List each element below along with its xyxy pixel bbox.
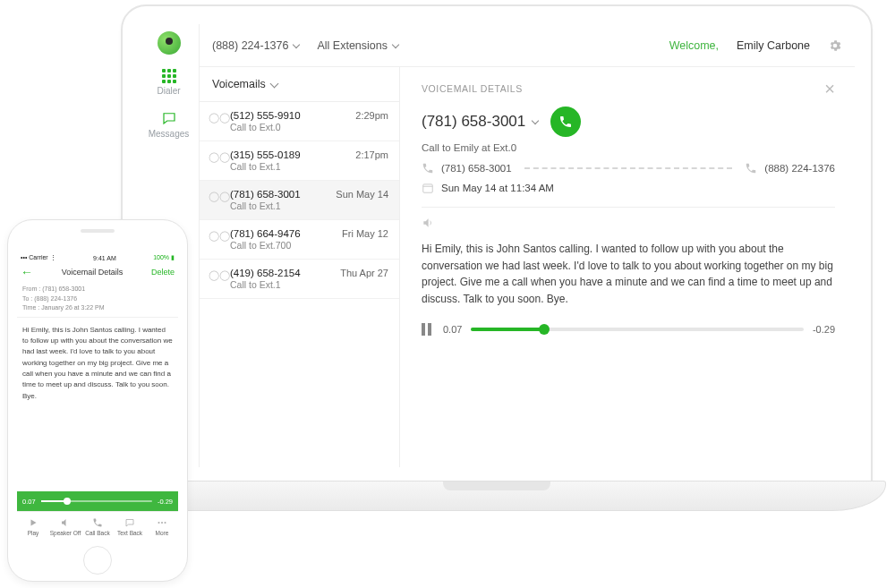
welcome-label: Welcome, bbox=[669, 39, 719, 52]
rail-label-messages: Messages bbox=[149, 129, 190, 139]
dialer-icon bbox=[162, 69, 176, 83]
detail-number-dropdown[interactable]: (781) 658-3001 bbox=[422, 113, 538, 131]
player-remaining: -0.29 bbox=[813, 324, 835, 335]
chevron-down-icon bbox=[293, 40, 300, 47]
divider bbox=[422, 207, 835, 208]
phone-outgoing-icon bbox=[422, 162, 434, 175]
extension-selector-value: All Extensions bbox=[317, 39, 388, 52]
laptop-base bbox=[107, 481, 886, 511]
voicemail-icon: ◯◯ bbox=[209, 230, 226, 242]
call-button[interactable] bbox=[550, 107, 581, 137]
content: Voicemails ◯◯ (512) 555-9910Call to Ext.… bbox=[200, 67, 855, 467]
phone-player-elapsed: 0.07 bbox=[22, 498, 36, 506]
phone-status-bar: ••• Carrier ⋮ 9:41 AM 100% ▮ bbox=[17, 252, 178, 263]
transcript-text: Hi Emily, this is John Santos calling. I… bbox=[422, 241, 835, 307]
detail-to: (888) 224-1376 bbox=[764, 163, 835, 174]
user-name: Emily Carbone bbox=[737, 39, 810, 52]
rail-item-dialer[interactable]: Dialer bbox=[142, 69, 196, 96]
rail-item-messages[interactable]: Messages bbox=[142, 110, 196, 139]
vm-number: (781) 658-3001 bbox=[230, 189, 332, 200]
vm-subtitle: Call to Ext.700 bbox=[230, 240, 338, 251]
phone-more-button[interactable]: More bbox=[146, 512, 178, 541]
app-logo-icon bbox=[158, 31, 181, 55]
phone-play-button[interactable]: Play bbox=[17, 512, 49, 541]
back-button[interactable]: ← bbox=[21, 266, 33, 278]
vm-number: (781) 664-9476 bbox=[230, 228, 338, 239]
phone-selector-value: (888) 224-1376 bbox=[212, 39, 288, 52]
voicemail-row[interactable]: ◯◯ (781) 658-3001Call to Ext.1 Sun May 1… bbox=[200, 181, 399, 220]
voicemail-icon: ◯◯ bbox=[209, 191, 226, 202]
voicemail-list-header[interactable]: Voicemails bbox=[200, 67, 399, 102]
play-icon bbox=[28, 517, 38, 528]
voicemail-row[interactable]: ◯◯ (781) 664-9476Call to Ext.700 Fri May… bbox=[200, 220, 399, 260]
phone-nav-title: Voicemail Details bbox=[62, 268, 124, 277]
vm-subtitle: Call to Ext.1 bbox=[230, 200, 332, 211]
vm-time: 2:17pm bbox=[355, 149, 388, 160]
more-icon bbox=[157, 517, 167, 528]
phone-nav: ← Voicemail Details Delete bbox=[17, 263, 178, 281]
extension-selector[interactable]: All Extensions bbox=[317, 39, 398, 52]
status-time: 9:41 AM bbox=[93, 255, 116, 261]
meta-time-label: Time : bbox=[22, 304, 39, 311]
close-button[interactable]: × bbox=[824, 80, 835, 98]
player-elapsed: 0.07 bbox=[443, 324, 462, 335]
phone-selector[interactable]: (888) 224-1376 bbox=[212, 39, 299, 52]
calendar-icon bbox=[422, 182, 434, 194]
delete-button[interactable]: Delete bbox=[151, 268, 175, 277]
voicemail-row[interactable]: ◯◯ (512) 555-9910Call to Ext.0 2:29pm bbox=[200, 102, 399, 141]
voicemail-list-title: Voicemails bbox=[212, 78, 266, 90]
vm-time: Sun May 14 bbox=[336, 189, 388, 200]
voicemail-icon: ◯◯ bbox=[209, 269, 226, 281]
status-battery: 100% ▮ bbox=[153, 254, 175, 261]
pause-button[interactable] bbox=[422, 323, 434, 336]
main-area: (888) 224-1376 All Extensions Welcome, E… bbox=[200, 24, 855, 467]
phone-meta: From : (781) 658-3001 To : (888) 224-137… bbox=[17, 281, 178, 318]
vm-number: (315) 555-0189 bbox=[230, 149, 352, 160]
chevron-down-icon bbox=[532, 117, 539, 124]
audio-player: 0.07 -0.29 bbox=[422, 323, 835, 336]
speaker-icon bbox=[422, 217, 434, 229]
player-thumb[interactable] bbox=[539, 324, 550, 335]
speaker-off-icon bbox=[60, 517, 71, 528]
vm-time: Fri May 12 bbox=[342, 228, 388, 239]
voicemail-list: Voicemails ◯◯ (512) 555-9910Call to Ext.… bbox=[200, 67, 400, 467]
vm-subtitle: Call to Ext.1 bbox=[230, 161, 352, 172]
phone-player-thumb[interactable] bbox=[64, 498, 71, 505]
textback-icon bbox=[124, 517, 135, 528]
vm-subtitle: Call to Ext.0 bbox=[230, 122, 352, 132]
settings-button[interactable] bbox=[828, 38, 842, 53]
phone-textback-button[interactable]: Text Back bbox=[114, 512, 146, 541]
vm-subtitle: Call to Ext.1 bbox=[230, 279, 337, 290]
meta-to-label: To : bbox=[22, 295, 32, 302]
detail-subtitle: Call to Emily at Ext.0 bbox=[422, 142, 835, 153]
phone-transcript: Hi Emily, this is John Santos calling. I… bbox=[17, 318, 178, 492]
phone-player-remaining: -0.29 bbox=[158, 498, 173, 506]
phone-speaker-button[interactable]: Speaker Off bbox=[49, 512, 81, 541]
phone-incoming-icon bbox=[745, 162, 757, 175]
detail-heading: VOICEMAIL DETAILS bbox=[422, 83, 523, 94]
vm-time: Thu Apr 27 bbox=[340, 268, 388, 278]
voicemail-icon: ◯◯ bbox=[209, 151, 226, 163]
meta-from: (781) 658-3001 bbox=[42, 285, 85, 292]
phone-button-bar: Play Speaker Off Call Back Text Back Mor… bbox=[17, 511, 178, 541]
phone-player: 0.07 -0.29 bbox=[17, 491, 178, 511]
detail-from: (781) 658-3001 bbox=[441, 163, 512, 174]
vm-time: 2:29pm bbox=[355, 110, 388, 121]
detail-number: (781) 658-3001 bbox=[422, 113, 525, 131]
svg-rect-0 bbox=[423, 184, 433, 192]
status-carrier: ••• Carrier ⋮ bbox=[21, 254, 56, 261]
phone-device: ••• Carrier ⋮ 9:41 AM 100% ▮ ← Voicemail… bbox=[7, 219, 188, 582]
meta-from-label: From : bbox=[22, 285, 40, 292]
voicemail-row[interactable]: ◯◯ (419) 658-2154Call to Ext.1 Thu Apr 2… bbox=[200, 260, 399, 299]
rail-label-dialer: Dialer bbox=[157, 86, 180, 96]
laptop-screen: Dialer Messages (888) 224-1376 All Exten… bbox=[139, 24, 855, 467]
meta-to: (888) 224-1376 bbox=[34, 295, 77, 302]
detail-datetime: Sun May 14 at 11:34 AM bbox=[441, 183, 554, 193]
topbar: (888) 224-1376 All Extensions Welcome, E… bbox=[200, 24, 855, 67]
phone-player-track[interactable] bbox=[41, 500, 152, 502]
player-track[interactable] bbox=[471, 328, 804, 331]
chevron-down-icon bbox=[392, 40, 399, 47]
voicemail-row[interactable]: ◯◯ (315) 555-0189Call to Ext.1 2:17pm bbox=[200, 141, 399, 181]
callback-icon bbox=[92, 517, 103, 528]
phone-callback-button[interactable]: Call Back bbox=[81, 512, 114, 541]
